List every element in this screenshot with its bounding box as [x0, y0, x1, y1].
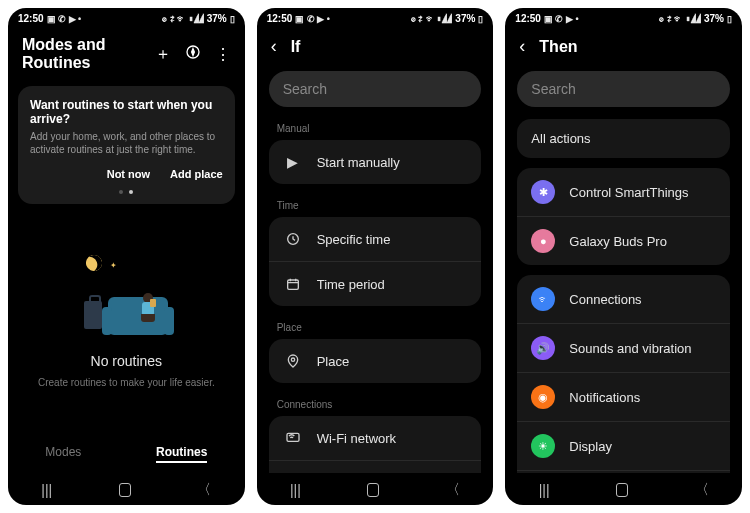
- tab-routines[interactable]: Routines: [156, 445, 207, 463]
- item-label: Place: [317, 354, 350, 369]
- battery-icon: ▯: [230, 14, 235, 24]
- item-connections[interactable]: ᯤ Connections: [517, 275, 730, 323]
- wifi-network-icon: [283, 428, 303, 448]
- item-specific-time[interactable]: Specific time: [269, 217, 482, 261]
- svg-marker-1: [191, 49, 194, 56]
- status-app-icons: ▣ ✆ ▶ •: [295, 14, 330, 24]
- section-manual: Manual: [257, 117, 494, 138]
- empty-illustration: ✦: [76, 255, 176, 335]
- discover-icon[interactable]: [185, 44, 201, 64]
- item-label: Notifications: [569, 390, 640, 405]
- status-misc-icons: ⊘ ⇄ ᯤ ▮◢◢: [411, 14, 453, 24]
- nav-home-icon[interactable]: [367, 483, 379, 497]
- page-title: Then: [539, 38, 728, 56]
- page-title: If: [291, 38, 480, 56]
- item-smartthings[interactable]: ✱ Control SmartThings: [517, 168, 730, 216]
- sound-icon: 🔊: [531, 336, 555, 360]
- status-time: 12:50: [18, 13, 44, 24]
- search-input[interactable]: Search: [517, 71, 730, 107]
- tab-modes[interactable]: Modes: [45, 445, 81, 463]
- section-connections: Connections: [257, 393, 494, 414]
- banner-title: Want routines to start when you arrive?: [30, 98, 223, 126]
- smartthings-icon: ✱: [531, 180, 555, 204]
- status-battery: 37%: [207, 13, 227, 24]
- page-title: Modes and Routines: [22, 36, 145, 72]
- nav-back-icon[interactable]: 〈: [695, 481, 709, 499]
- status-misc-icons: ⊘ ⇄ ᯤ ▮◢◢: [659, 14, 701, 24]
- status-app-icons: ▣ ✆ ▶ •: [544, 14, 579, 24]
- item-label: Time period: [317, 277, 385, 292]
- battery-icon: ▯: [727, 14, 732, 24]
- phone-modes-routines: 12:50 ▣ ✆ ▶ • ⊘ ⇄ ᯤ ▮◢◢ 37% ▯ Modes and …: [8, 8, 245, 505]
- android-navbar: ||| 〈: [257, 473, 494, 505]
- location-icon: [283, 351, 303, 371]
- status-time: 12:50: [515, 13, 541, 24]
- nav-home-icon[interactable]: [616, 483, 628, 497]
- item-galaxy-buds[interactable]: ● Galaxy Buds Pro: [517, 216, 730, 265]
- item-label: Specific time: [317, 232, 391, 247]
- back-icon[interactable]: ‹: [519, 36, 525, 57]
- back-icon[interactable]: ‹: [271, 36, 277, 57]
- header: Modes and Routines ＋ ⋮: [8, 26, 245, 80]
- banner-subtitle: Add your home, work, and other places to…: [30, 130, 223, 156]
- header: ‹ Then: [505, 26, 742, 65]
- add-icon[interactable]: ＋: [155, 44, 171, 65]
- status-misc-icons: ⊘ ⇄ ᯤ ▮◢◢: [162, 14, 204, 24]
- play-icon: ▶: [283, 152, 303, 172]
- item-display[interactable]: ☀ Display: [517, 421, 730, 470]
- android-navbar: ||| 〈: [8, 473, 245, 505]
- section-time: Time: [257, 194, 494, 215]
- bottom-tabs: Modes Routines: [8, 433, 245, 473]
- nav-recents-icon[interactable]: |||: [41, 482, 52, 498]
- header: ‹ If: [257, 26, 494, 65]
- battery-icon: ▯: [478, 14, 483, 24]
- phone-then: 12:50 ▣ ✆ ▶ • ⊘ ⇄ ᯤ ▮◢◢ 37% ▯ ‹ Then Sea…: [505, 8, 742, 505]
- suggestion-banner: Want routines to start when you arrive? …: [18, 86, 235, 204]
- item-place[interactable]: Place: [269, 339, 482, 383]
- svg-point-4: [291, 358, 294, 361]
- item-sounds[interactable]: 🔊 Sounds and vibration: [517, 323, 730, 372]
- add-place-button[interactable]: Add place: [170, 168, 223, 180]
- banner-pagination: [30, 190, 223, 194]
- nav-home-icon[interactable]: [119, 483, 131, 497]
- status-battery: 37%: [455, 13, 475, 24]
- empty-subtitle: Create routines to make your life easier…: [38, 377, 215, 388]
- nav-recents-icon[interactable]: |||: [290, 482, 301, 498]
- status-bar: 12:50 ▣ ✆ ▶ • ⊘ ⇄ ᯤ ▮◢◢ 37% ▯: [8, 8, 245, 26]
- item-notifications[interactable]: ◉ Notifications: [517, 372, 730, 421]
- buds-icon: ●: [531, 229, 555, 253]
- more-icon[interactable]: ⋮: [215, 45, 231, 64]
- wifi-icon: ᯤ: [531, 287, 555, 311]
- nav-recents-icon[interactable]: |||: [539, 482, 550, 498]
- dot-active[interactable]: [129, 190, 133, 194]
- android-navbar: ||| 〈: [505, 473, 742, 505]
- status-time: 12:50: [267, 13, 293, 24]
- notification-icon: ◉: [531, 385, 555, 409]
- status-battery: 37%: [704, 13, 724, 24]
- item-label: Control SmartThings: [569, 185, 688, 200]
- item-wifi-strength[interactable]: Wi-Fi strength: [269, 460, 482, 473]
- status-bar: 12:50 ▣ ✆ ▶ • ⊘ ⇄ ᯤ ▮◢◢ 37% ▯: [505, 8, 742, 26]
- nav-back-icon[interactable]: 〈: [446, 481, 460, 499]
- status-app-icons: ▣ ✆ ▶ •: [47, 14, 82, 24]
- item-label: Galaxy Buds Pro: [569, 234, 667, 249]
- svg-rect-3: [287, 280, 298, 289]
- item-start-manually[interactable]: ▶ Start manually: [269, 140, 482, 184]
- item-label: Display: [569, 439, 612, 454]
- item-label: Start manually: [317, 155, 400, 170]
- phone-if: 12:50 ▣ ✆ ▶ • ⊘ ⇄ ᯤ ▮◢◢ 37% ▯ ‹ If Searc…: [257, 8, 494, 505]
- nav-back-icon[interactable]: 〈: [197, 481, 211, 499]
- item-time-period[interactable]: Time period: [269, 261, 482, 306]
- empty-state: ✦ No routines Create routines to make yo…: [8, 210, 245, 433]
- status-bar: 12:50 ▣ ✆ ▶ • ⊘ ⇄ ᯤ ▮◢◢ 37% ▯: [257, 8, 494, 26]
- item-wifi-network[interactable]: Wi-Fi network: [269, 416, 482, 460]
- item-label: All actions: [531, 131, 590, 146]
- dot[interactable]: [119, 190, 123, 194]
- display-icon: ☀: [531, 434, 555, 458]
- search-input[interactable]: Search: [269, 71, 482, 107]
- item-label: Sounds and vibration: [569, 341, 691, 356]
- item-label: Wi-Fi network: [317, 431, 396, 446]
- section-place: Place: [257, 316, 494, 337]
- not-now-button[interactable]: Not now: [107, 168, 150, 180]
- item-all-actions[interactable]: All actions: [517, 119, 730, 158]
